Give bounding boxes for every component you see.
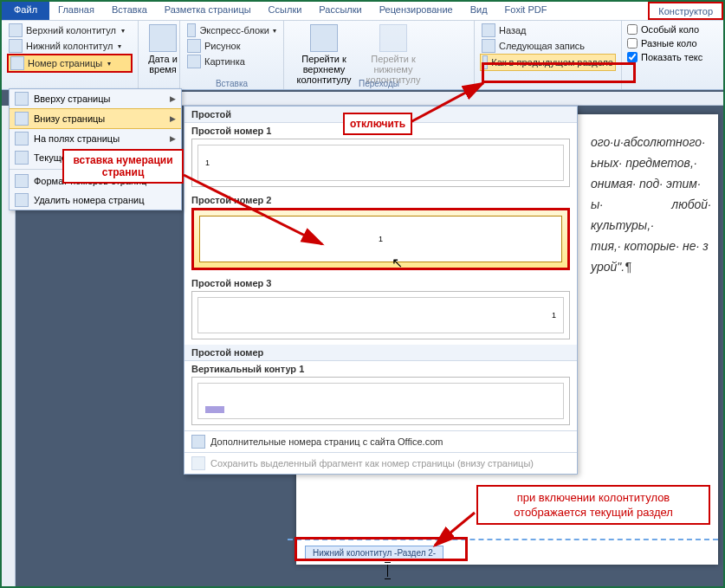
nav-group-label: Переходы bbox=[284, 79, 474, 88]
tab-file[interactable]: Файл bbox=[2, 2, 49, 20]
link-label: Как в предыдущем разделе bbox=[491, 57, 613, 68]
goto-header-icon bbox=[310, 24, 338, 52]
callout-footer-section: при включении колонтитулов отображается … bbox=[476, 485, 710, 525]
pagenum-icon bbox=[10, 56, 24, 70]
tab-references[interactable]: Ссылки bbox=[260, 2, 311, 20]
gallery-item-vcontour[interactable] bbox=[191, 377, 570, 425]
menu-remove-numbers[interactable]: Удалить номера страниц bbox=[10, 191, 181, 210]
gallery-item-1[interactable]: 1 bbox=[191, 139, 570, 187]
tab-insert[interactable]: Вставка bbox=[103, 2, 156, 20]
callout-disable: отключить bbox=[343, 113, 412, 135]
picture-button[interactable]: Рисунок bbox=[185, 38, 278, 54]
back-label: Назад bbox=[499, 25, 527, 36]
ribbon: Верхний колонтитул▾ Нижний колонтитул▾ Н… bbox=[2, 21, 723, 90]
format-icon bbox=[15, 174, 29, 188]
remove-icon bbox=[15, 193, 29, 207]
text-cursor bbox=[387, 565, 388, 577]
picture-icon bbox=[187, 39, 201, 53]
tab-home[interactable]: Главная bbox=[49, 2, 103, 20]
footer-icon bbox=[9, 39, 23, 53]
body-text: ого·и·абсолютного· ьных· предметов,· они… bbox=[591, 132, 711, 277]
callout-insert-numbering: вставка нумерации страниц bbox=[62, 149, 184, 184]
tab-mailings[interactable]: Рассылки bbox=[310, 2, 370, 20]
menu-top-of-page[interactable]: Вверху страницы▶ bbox=[10, 89, 181, 108]
footer-section-tag[interactable]: Нижний колонтитул -Раздел 2- bbox=[305, 546, 443, 560]
sample-number: 1 bbox=[205, 158, 210, 167]
special-first-checkbox[interactable]: Особый коло bbox=[627, 23, 718, 36]
clipart-button[interactable]: Картинка bbox=[185, 54, 278, 69]
gallery-label-3: Простой номер 3 bbox=[184, 275, 577, 291]
show-text-checkbox[interactable]: Показать текс bbox=[627, 50, 718, 64]
datetime-button[interactable]: Дата и время bbox=[144, 23, 182, 74]
top-icon bbox=[15, 92, 29, 106]
sample-number: 1 bbox=[552, 311, 556, 320]
nav-back-button[interactable]: Назад bbox=[480, 23, 616, 38]
gallery-item-2[interactable]: 1 bbox=[191, 208, 570, 270]
page-number-gallery: Простой Простой номер 1 1 Простой номер … bbox=[184, 106, 578, 475]
nav-next-button[interactable]: Следующая запись bbox=[480, 38, 616, 54]
gallery-label-vcontour: Вертикальный контур 1 bbox=[184, 361, 577, 377]
pagenum-label: Номер страницы bbox=[28, 58, 102, 68]
footer-boundary bbox=[288, 539, 718, 540]
different-odd-even-checkbox[interactable]: Разные коло bbox=[627, 36, 718, 50]
link-previous-button[interactable]: Как в предыдущем разделе bbox=[480, 54, 616, 71]
gallery-more-office[interactable]: Дополнительные номера страниц с сайта Of… bbox=[184, 430, 577, 452]
page-number-button[interactable]: Номер страницы▾ bbox=[7, 54, 133, 73]
menu-page-margins[interactable]: На полях страницы▶ bbox=[10, 129, 181, 148]
goto-footer-icon bbox=[379, 24, 407, 52]
margins-icon bbox=[15, 132, 29, 145]
express-icon bbox=[187, 23, 196, 37]
next-icon bbox=[482, 39, 495, 53]
express-blocks-button[interactable]: Экспресс-блоки▾ bbox=[185, 23, 278, 38]
current-icon bbox=[15, 151, 29, 165]
gallery-heading-simplenum: Простой номер bbox=[184, 345, 577, 361]
ribbon-tabs: Файл Главная Вставка Разметка страницы С… bbox=[2, 2, 723, 21]
footer-label: Нижний колонтитул bbox=[26, 41, 113, 51]
tab-constructor[interactable]: Конструктор bbox=[648, 2, 723, 20]
tab-view[interactable]: Вид bbox=[462, 2, 496, 20]
header-icon bbox=[9, 23, 23, 37]
office-icon bbox=[191, 435, 205, 449]
link-icon bbox=[482, 55, 488, 69]
sample-number: 1 bbox=[379, 235, 383, 243]
back-icon bbox=[482, 23, 495, 37]
gallery-label-2: Простой номер 2 bbox=[184, 192, 577, 208]
special-label: Особый коло bbox=[641, 24, 699, 35]
footer-button[interactable]: Нижний колонтитул▾ bbox=[7, 38, 133, 54]
save-icon bbox=[191, 456, 205, 470]
picture-label: Рисунок bbox=[204, 41, 241, 51]
clipart-icon bbox=[187, 55, 201, 68]
gallery-save-selection: Сохранить выделенный фрагмент как номер … bbox=[184, 452, 577, 474]
tab-foxit[interactable]: Foxit PDF bbox=[496, 2, 556, 20]
bottom-icon bbox=[15, 112, 29, 126]
insert-group-label: Вставка bbox=[180, 79, 283, 88]
tab-layout[interactable]: Разметка страницы bbox=[156, 2, 260, 20]
diff-label: Разные коло bbox=[641, 38, 697, 48]
datetime-label: Дата и время bbox=[144, 54, 182, 74]
menu-bottom-of-page[interactable]: Внизу страницы▶ bbox=[10, 108, 181, 129]
express-label: Экспресс-блоки bbox=[199, 25, 269, 36]
header-label: Верхний колонтитул bbox=[26, 25, 116, 36]
tab-review[interactable]: Рецензирование bbox=[371, 2, 462, 20]
header-button[interactable]: Верхний колонтитул▾ bbox=[7, 23, 133, 38]
gallery-item-3[interactable]: 1 bbox=[191, 291, 570, 339]
datetime-icon bbox=[149, 24, 177, 52]
next-label: Следующая запись bbox=[499, 41, 585, 51]
clipart-label: Картинка bbox=[204, 56, 245, 67]
showtext-label: Показать текс bbox=[641, 52, 702, 62]
